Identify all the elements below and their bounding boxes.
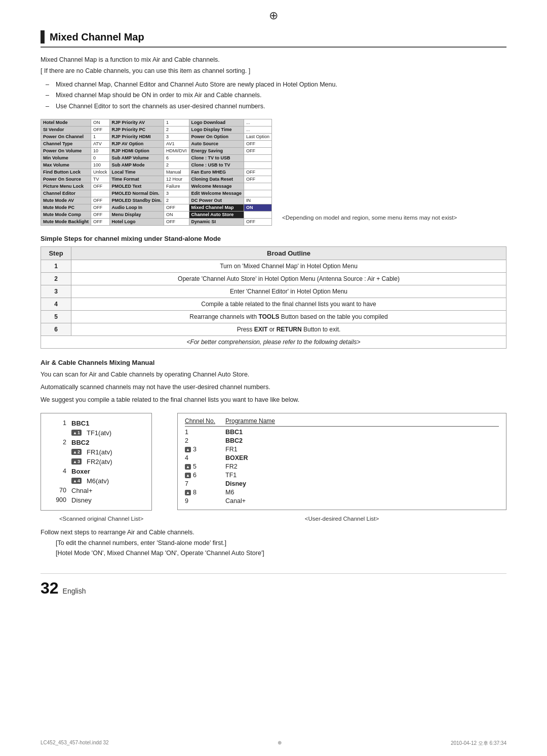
hotel-table-cell: Dynamic SI bbox=[189, 218, 244, 225]
hotel-table-cell: Time Format bbox=[109, 176, 164, 183]
channel-num: 1 bbox=[185, 429, 225, 436]
bullet-1: Mixed channel Map, Channel Editor and Ch… bbox=[51, 79, 506, 90]
hotel-table-cell: 6 bbox=[164, 154, 189, 161]
atv-badge: ▲ bbox=[185, 447, 191, 452]
step-outline: Rearrange channels with TOOLS Button bas… bbox=[71, 310, 506, 323]
hotel-table-cell: Picture Menu Lock bbox=[41, 183, 91, 190]
hotel-table-cell: RJP Priority HDMI bbox=[109, 133, 164, 140]
hotel-table-cell: ... bbox=[244, 126, 271, 133]
list-item: 1 BBC1 bbox=[48, 418, 144, 428]
hotel-table-cell: Failure bbox=[164, 183, 189, 190]
col-no-header: Chnnel No. bbox=[185, 417, 225, 425]
hotel-table-cell: Hotel Logo bbox=[109, 218, 164, 225]
channel-num: 1 bbox=[48, 419, 66, 427]
step-num: 5 bbox=[41, 310, 71, 323]
list-item: 4 BOXER bbox=[185, 454, 499, 463]
hotel-table-cell: DC Power Out bbox=[189, 197, 244, 204]
hotel-table-cell: Find Button Lock bbox=[41, 169, 91, 176]
follow-line-2: [Hotel Mode 'ON', Mixed Channel Map 'ON'… bbox=[56, 548, 506, 558]
step-num: 2 bbox=[41, 272, 71, 285]
hotel-table-cell: 10 bbox=[91, 147, 110, 154]
hotel-table-cell: Clone : USB to TV bbox=[189, 161, 244, 169]
hotel-table-highlight-val: ON bbox=[244, 204, 271, 211]
hotel-table-cell: OFF bbox=[244, 140, 271, 147]
channel-name: Boxer bbox=[71, 468, 90, 475]
list-item: ▲3 FR2(atv) bbox=[48, 457, 144, 467]
hotel-table-cell: Power On Volume bbox=[41, 147, 91, 154]
hotel-table-cell: Fan Euro MHEG bbox=[189, 169, 244, 176]
hotel-table-wrapper: Hotel Mode ON RJP Priority AV 1 Logo Dow… bbox=[41, 119, 272, 226]
hotel-table-cell: Max Volume bbox=[41, 161, 91, 169]
air-cable-heading: Air & Cable Channels Mixing Manual bbox=[41, 359, 506, 366]
intro-line2: [ If there are no Cable channels, you ca… bbox=[41, 67, 506, 74]
channel-lists: 1 BBC1 ▲1 TF1(atv) 2 BBC2 ▲2 bbox=[41, 413, 506, 511]
hotel-table-cell: Mute Mode Comp bbox=[41, 211, 91, 218]
channel-name: FR1(atv) bbox=[87, 448, 112, 456]
air-cable-line2: Automatically scanned channels may not h… bbox=[41, 382, 506, 392]
channel-num: 900 bbox=[48, 496, 66, 503]
step-outline: Compile a table related to the final cha… bbox=[71, 298, 506, 310]
scanned-list-section: 1 BBC1 ▲1 TF1(atv) 2 BBC2 ▲2 bbox=[41, 413, 162, 511]
hotel-table-cell: Manual bbox=[164, 169, 189, 176]
hotel-table-cell: Logo Display Time bbox=[189, 126, 244, 133]
hotel-table-cell: Channel Type bbox=[41, 140, 91, 147]
hotel-table-cell: OFF bbox=[244, 169, 271, 176]
channel-name: TF1(atv) bbox=[87, 429, 111, 437]
step-table-col-outline: Broad Outline bbox=[71, 246, 506, 260]
hotel-table-cell: Menu Display bbox=[109, 211, 164, 218]
simple-steps-heading: Simple Steps for channel mixing under St… bbox=[41, 235, 506, 242]
top-compass-icon: ⊕ bbox=[269, 9, 278, 22]
hotel-table-cell bbox=[244, 190, 271, 197]
hotel-table-cell: 100 bbox=[91, 161, 110, 169]
step-outline: Enter 'Channel Editor' in Hotel Option M… bbox=[71, 285, 506, 298]
hotel-table-cell: Hotel Mode bbox=[41, 119, 91, 126]
table-row: 3 Enter 'Channel Editor' in Hotel Option… bbox=[41, 285, 506, 298]
channel-name: M6 bbox=[225, 489, 234, 496]
channel-name: FR2(atv) bbox=[87, 458, 112, 466]
hotel-table-cell: RJP HDMI Option bbox=[109, 147, 164, 154]
desired-list-caption: <User-desired Channel List> bbox=[177, 516, 506, 522]
step-num: 1 bbox=[41, 260, 71, 272]
channel-num: 3 bbox=[193, 446, 197, 453]
list-item: ▲1 TF1(atv) bbox=[48, 428, 144, 438]
atv-badge: ▲ bbox=[185, 464, 191, 470]
hotel-table-cell: 0 bbox=[91, 154, 110, 161]
atv-badge: ▲ bbox=[185, 490, 191, 495]
step-num: 4 bbox=[41, 298, 71, 310]
hotel-table-cell: Power On Channel bbox=[41, 133, 91, 140]
section-title: Mixed Channel Map bbox=[50, 31, 144, 43]
hotel-table-cell: ... bbox=[244, 119, 271, 126]
channel-name: Chnal+ bbox=[71, 487, 93, 494]
hotel-table-cell: RJP Priority AV bbox=[109, 119, 164, 126]
hotel-table-cell: TV bbox=[91, 176, 110, 183]
list-item: 1 BBC1 bbox=[185, 428, 499, 437]
hotel-table-cell: Mute Mode AV bbox=[41, 197, 91, 204]
intro-line1: Mixed Channel Map is a function to mix A… bbox=[41, 55, 506, 65]
list-item: 70 Chnal+ bbox=[48, 486, 144, 495]
channel-num: 4 bbox=[185, 454, 225, 461]
channel-name: Disney bbox=[71, 496, 92, 504]
hotel-table-cell: OFF bbox=[164, 218, 189, 225]
channel-name: TF1 bbox=[225, 472, 237, 479]
hotel-table-cell: PMOLED Standby Dim. bbox=[109, 197, 164, 204]
desired-list-section: Chnnel No. Programme Name 1 BBC1 2 BBC2 … bbox=[177, 413, 506, 511]
page: ⊕ Mixed Channel Map Mixed Channel Map is… bbox=[0, 0, 547, 756]
channel-num: 4 bbox=[48, 468, 66, 475]
table-caption-text: <Depending on model and region, some men… bbox=[282, 215, 457, 221]
hotel-table-cell: Energy Saving bbox=[189, 147, 244, 154]
table-row: 4 Compile a table related to the final c… bbox=[41, 298, 506, 310]
hotel-table-cell: Welcome Message bbox=[189, 183, 244, 190]
hotel-table-cell: Local Time bbox=[109, 169, 164, 176]
hotel-table-cell: ATV bbox=[91, 140, 110, 147]
hotel-table-cell: Mute Mode PC bbox=[41, 204, 91, 211]
footer: LC452_453_457-hotel.indd 32 ⊕ 2010-04-12… bbox=[41, 740, 506, 747]
table-row: 2 Operate 'Channel Auto Store' in Hotel … bbox=[41, 272, 506, 285]
atv-badge: ▲4 bbox=[71, 478, 82, 484]
atv-icon: ▲ bbox=[73, 450, 77, 454]
channel-num-wrapper: ▲ 5 bbox=[185, 463, 225, 470]
channel-name: BBC2 bbox=[71, 439, 89, 446]
hotel-table-cell: Cloning Data Reset bbox=[189, 176, 244, 183]
channel-name: BOXER bbox=[225, 454, 248, 461]
channel-num: 70 bbox=[48, 487, 66, 494]
follow-line-1: [To edit the channel numbers, enter 'Sta… bbox=[56, 538, 506, 548]
